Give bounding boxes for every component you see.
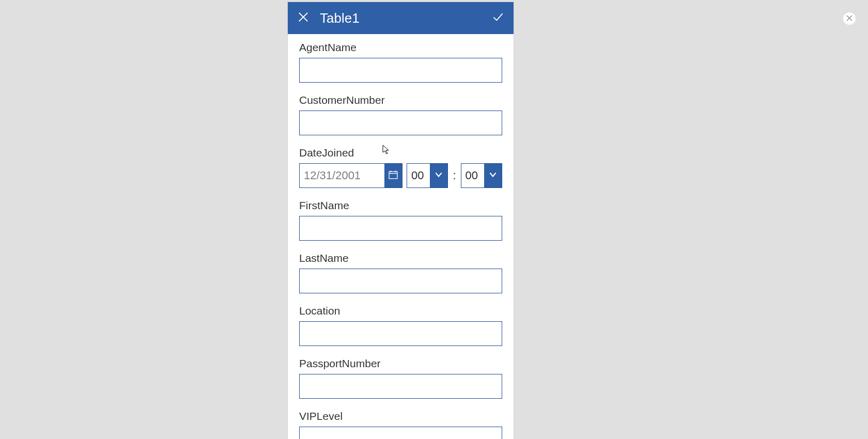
chevron-down-icon bbox=[488, 170, 498, 181]
field-label: Location bbox=[299, 305, 502, 317]
field-label: FirstName bbox=[299, 199, 502, 212]
close-icon bbox=[298, 11, 309, 25]
field-location: Location bbox=[299, 305, 502, 346]
datejoined-minute-dropdown[interactable]: 00 bbox=[461, 163, 502, 188]
minute-value: 00 bbox=[461, 164, 484, 187]
field-label: VIPLevel bbox=[299, 410, 502, 422]
form-body[interactable]: AgentName CustomerNumber DateJoined 12/3… bbox=[288, 34, 514, 439]
passportnumber-input[interactable] bbox=[299, 374, 502, 399]
datejoined-date-picker[interactable]: 12/31/2001 bbox=[299, 163, 402, 188]
dialog-close-button[interactable] bbox=[843, 12, 856, 25]
chevron-down-icon bbox=[434, 170, 443, 181]
datejoined-hour-dropdown[interactable]: 00 bbox=[407, 163, 448, 188]
field-firstname: FirstName bbox=[299, 199, 502, 241]
check-icon bbox=[492, 11, 504, 25]
cancel-button[interactable] bbox=[296, 11, 311, 25]
field-label: LastName bbox=[299, 252, 502, 264]
submit-button[interactable] bbox=[491, 11, 505, 25]
time-separator: : bbox=[452, 163, 456, 188]
form-title: Table1 bbox=[320, 10, 491, 26]
date-value: 12/31/2001 bbox=[300, 164, 384, 187]
lastname-input[interactable] bbox=[299, 269, 502, 293]
location-input[interactable] bbox=[299, 321, 502, 346]
close-icon bbox=[846, 14, 853, 23]
svg-rect-4 bbox=[389, 171, 397, 179]
hour-dropdown-button[interactable] bbox=[430, 164, 447, 187]
field-viplevel: VIPLevel bbox=[299, 410, 502, 439]
minute-dropdown-button[interactable] bbox=[484, 164, 502, 187]
field-datejoined: DateJoined 12/31/2001 00 bbox=[299, 147, 502, 188]
field-passportnumber: PassportNumber bbox=[299, 357, 502, 399]
calendar-icon bbox=[389, 170, 398, 181]
customernumber-input[interactable] bbox=[299, 111, 502, 135]
field-label: CustomerNumber bbox=[299, 94, 502, 106]
field-agentname: AgentName bbox=[299, 41, 502, 83]
agentname-input[interactable] bbox=[299, 58, 502, 83]
hour-value: 00 bbox=[407, 164, 430, 187]
firstname-input[interactable] bbox=[299, 216, 502, 241]
titlebar: Table1 bbox=[288, 2, 514, 34]
field-label: DateJoined bbox=[299, 147, 502, 159]
field-lastname: LastName bbox=[299, 252, 502, 293]
calendar-button[interactable] bbox=[384, 164, 402, 187]
field-label: PassportNumber bbox=[299, 357, 502, 370]
field-customernumber: CustomerNumber bbox=[299, 94, 502, 135]
app-preview: Table1 AgentName CustomerNumber DateJoin… bbox=[288, 2, 514, 439]
field-label: AgentName bbox=[299, 41, 502, 54]
datejoined-row: 12/31/2001 00 : bbox=[299, 163, 502, 188]
viplevel-input[interactable] bbox=[299, 427, 502, 439]
